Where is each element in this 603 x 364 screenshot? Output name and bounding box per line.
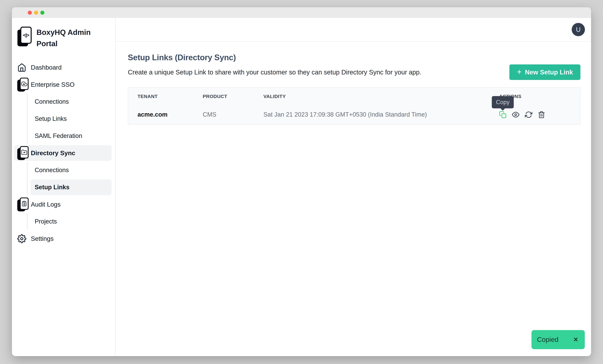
cloud-key-icon [17, 78, 29, 92]
sidebar: <|> BoxyHQ Admin Portal Dashboard [12, 18, 116, 356]
col-header-validity: VALIDITY [254, 88, 490, 105]
toast-close-button[interactable]: ✕ [573, 336, 578, 343]
copy-link-button[interactable]: Copy [499, 111, 507, 118]
page-content: Setup Links (Directory Sync) Create a un… [116, 42, 591, 125]
eye-icon [512, 111, 519, 119]
sidebar-item-sso-connections[interactable]: Connections [31, 94, 112, 109]
minimize-window-button[interactable] [34, 11, 38, 15]
toast-message: Copied [537, 336, 558, 343]
sidebar-item-sso-setup-links[interactable]: Setup Links [31, 111, 112, 127]
directory-sync-subnav: Connections Setup Links [27, 162, 112, 195]
user-avatar[interactable]: U [572, 23, 585, 36]
audit-logs-subnav: Projects [27, 214, 112, 229]
logo-glyph: <|> [23, 33, 29, 38]
enterprise-sso-subnav: Connections Setup Links SAML Federation [27, 94, 112, 144]
brand-title: BoxyHQ Admin Portal [36, 27, 94, 49]
copy-icon [499, 111, 507, 118]
sidebar-item-label: Setup Links [35, 115, 67, 122]
zoom-window-button[interactable] [40, 11, 44, 15]
refresh-icon [525, 111, 532, 118]
sidebar-item-projects[interactable]: Projects [31, 214, 112, 229]
actions-cell: Copy [490, 105, 580, 124]
setup-links-table: TENANT PRODUCT VALIDITY ACTIONS acme.com… [128, 87, 580, 125]
page-description: Create a unique Setup Link to share with… [128, 69, 421, 76]
avatar-letter: U [576, 26, 581, 33]
app-window: <|> BoxyHQ Admin Portal Dashboard [12, 7, 591, 356]
sidebar-item-dashboard[interactable]: Dashboard [14, 59, 112, 75]
close-window-button[interactable] [28, 11, 32, 15]
product-cell: CMS [193, 105, 254, 124]
delete-link-button[interactable] [538, 111, 545, 118]
topbar: U [116, 18, 591, 42]
view-link-button[interactable] [512, 111, 519, 118]
table-row: acme.com CMS Sat Jan 21 2023 17:09:38 GM… [128, 105, 580, 124]
new-setup-link-label: New Setup Link [525, 69, 573, 76]
new-setup-link-button[interactable]: + New Setup Link [509, 64, 580, 80]
brand: <|> BoxyHQ Admin Portal [12, 27, 115, 49]
copied-toast: Copied ✕ [532, 330, 585, 349]
sidebar-item-label: Connections [35, 167, 69, 174]
sidebar-item-dsync-connections[interactable]: Connections [31, 162, 112, 178]
sidebar-item-label: Projects [35, 218, 57, 225]
trash-icon [538, 111, 545, 118]
sidebar-item-saml-federation[interactable]: SAML Federation [31, 128, 112, 144]
boxyhq-logo-icon: <|> [17, 27, 32, 46]
sidebar-item-label: Setup Links [35, 184, 70, 191]
page-title: Setup Links (Directory Sync) [128, 53, 580, 62]
clipboard-icon [17, 198, 29, 211]
window-titlebar [12, 7, 591, 18]
sidebar-item-settings[interactable]: Settings [14, 231, 112, 247]
tenant-cell: acme.com [128, 105, 193, 124]
validity-cell: Sat Jan 21 2023 17:09:38 GMT+0530 (India… [254, 105, 490, 124]
sidebar-item-label: Audit Logs [31, 201, 60, 208]
sidebar-item-label: Dashboard [31, 64, 62, 71]
sidebar-item-label: Settings [31, 235, 54, 242]
sidebar-item-enterprise-sso[interactable]: Enterprise SSO [14, 77, 112, 92]
home-icon [17, 63, 29, 72]
sidebar-item-label: Enterprise SSO [31, 81, 75, 88]
col-header-tenant: TENANT [128, 88, 193, 105]
gear-icon [17, 234, 29, 243]
regenerate-link-button[interactable] [525, 111, 532, 118]
sidebar-item-dsync-setup-links[interactable]: Setup Links [31, 179, 112, 195]
plus-icon: + [517, 67, 522, 77]
sidebar-item-audit-logs[interactable]: Audit Logs [14, 197, 112, 212]
sidebar-item-directory-sync[interactable]: Directory Sync [14, 145, 112, 161]
sidebar-item-label: Directory Sync [31, 150, 75, 157]
main-area: U Setup Links (Directory Sync) Create a … [116, 18, 591, 356]
sidebar-item-label: SAML Federation [35, 132, 82, 139]
col-header-product: PRODUCT [193, 88, 254, 105]
copy-tooltip: Copy [492, 96, 514, 108]
sidebar-item-label: Connections [35, 98, 69, 105]
folder-sync-icon [17, 146, 29, 160]
sidebar-nav: Dashboard Enterprise SSO [12, 59, 115, 247]
